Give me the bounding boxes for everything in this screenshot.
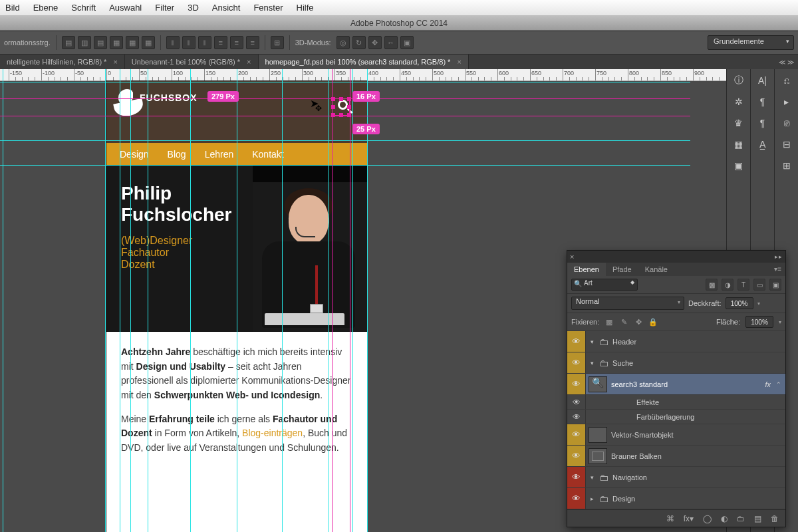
guide-vertical[interactable] — [190, 69, 191, 532]
layer-group[interactable]: 👁 ▾🗀Navigation — [567, 467, 785, 488]
layer-item[interactable]: 👁 search3 standardfx⌃ — [567, 374, 785, 395]
layer-tree[interactable]: 👁 ▾🗀Header 👁 ▾🗀Suche 👁 search3 standardf… — [567, 331, 785, 509]
layers-panel[interactable]: × ▸▸ Ebenen Pfade Kanäle ▾≡ Art ◆ ▩ ◑ T … — [567, 250, 786, 527]
layers-footer[interactable]: ⌘ fx▾ ◯ ◐ 🗀 ▤ 🗑 — [567, 509, 785, 527]
guide-vertical[interactable] — [367, 69, 368, 532]
visibility-toggle[interactable]: 👁 — [567, 446, 586, 466]
layer-group[interactable]: 👁 ▸🗀Design — [567, 488, 785, 509]
roll-3d-icon[interactable]: ↻ — [352, 36, 366, 49]
layer-thumb[interactable] — [589, 427, 607, 443]
guide-vertical[interactable] — [105, 69, 106, 532]
character-icon[interactable]: A| — [755, 73, 770, 88]
guide-vertical[interactable] — [148, 69, 148, 532]
properties-icon[interactable]: ⊟ — [779, 137, 794, 152]
chevron-down-icon[interactable]: ▾ — [757, 301, 760, 307]
menu-item[interactable]: Filter — [155, 3, 174, 13]
layer-effects-row[interactable]: 👁 Effekte — [567, 395, 785, 410]
adjustment-layer-icon[interactable]: ◐ — [721, 514, 728, 523]
visibility-toggle[interactable]: 👁 — [567, 395, 586, 409]
brushes-icon[interactable]: ⊞ — [779, 158, 794, 173]
layer-group[interactable]: 👁 ▾🗀Suche — [567, 352, 785, 374]
new-group-icon[interactable]: 🗀 — [737, 514, 745, 523]
navigator-icon[interactable]: ✲ — [732, 94, 746, 109]
guide-vertical[interactable] — [3, 69, 3, 532]
menu-item[interactable]: Auswahl — [109, 3, 142, 13]
zoom-3d-icon[interactable]: ▣ — [400, 36, 414, 49]
chevron-down-icon[interactable]: ▾ — [779, 319, 781, 325]
layer-item[interactable]: 👁 Vektor-Smartobjekt — [567, 424, 785, 446]
guide-vertical[interactable] — [352, 69, 353, 532]
guide-horizontal[interactable] — [0, 140, 690, 141]
guide-vertical[interactable] — [120, 69, 120, 532]
fx-badge[interactable]: fx — [765, 380, 772, 388]
align-hcenter-icon[interactable]: ▥ — [78, 36, 91, 49]
filter-shape-icon[interactable]: ▭ — [753, 279, 765, 291]
tab-layers[interactable]: Ebenen — [567, 263, 606, 276]
disclosure-icon[interactable]: ▾ — [589, 338, 595, 345]
visibility-toggle[interactable]: 👁 — [567, 424, 586, 445]
menu-item[interactable]: Bild — [5, 3, 20, 13]
menu-item[interactable]: 3D — [188, 3, 199, 13]
delete-layer-icon[interactable]: 🗑 — [771, 514, 779, 523]
guide-horizontal[interactable] — [0, 165, 690, 166]
close-icon[interactable]: × — [247, 58, 251, 66]
lock-pixels-icon[interactable]: ✎ — [619, 317, 628, 327]
lock-transparency-icon[interactable]: ▩ — [604, 317, 614, 327]
distribute-icon[interactable]: ≡ — [246, 36, 259, 49]
filter-pixel-icon[interactable]: ▩ — [706, 279, 718, 291]
document-tab[interactable]: Unbenannt-1 bei 100% (RGB/8) *× — [125, 55, 259, 69]
align-vcenter-icon[interactable]: ▦ — [126, 36, 139, 49]
orbit-3d-icon[interactable]: ◎ — [336, 36, 350, 49]
workspace-dropdown[interactable]: Grundelemente — [708, 35, 794, 50]
options-bar[interactable]: ormationsstrg. ▤ ▥ ▤ ▦ ▦ ▦ ⫴ ⫴ ⫴ ≡ ≡ ≡ ⊞… — [0, 31, 798, 55]
nav-item[interactable]: Blog — [168, 149, 186, 160]
link-layers-icon[interactable]: ⌘ — [666, 514, 674, 523]
tab-nav[interactable]: ≪ ≫ — [775, 55, 798, 69]
layer-item[interactable]: 👁 Brauner Balken — [567, 446, 785, 467]
align-right-icon[interactable]: ▤ — [94, 36, 107, 49]
lock-position-icon[interactable]: ✥ — [634, 317, 643, 327]
layer-effect-item[interactable]: 👁 Farbüberlagerung — [567, 410, 785, 424]
panel-menu-icon[interactable]: ▾≡ — [770, 263, 785, 276]
panel-titlebar[interactable]: × ▸▸ — [567, 251, 785, 263]
visibility-toggle[interactable]: 👁 — [567, 374, 586, 394]
selection-bounds[interactable] — [332, 98, 350, 116]
guide-vertical[interactable] — [237, 69, 237, 532]
layer-thumb[interactable] — [589, 448, 607, 464]
actions-icon[interactable]: ▸ — [779, 94, 794, 109]
document-tab[interactable]: ntelligente Hilfslinien, RGB/8) *× — [0, 55, 125, 69]
slide-3d-icon[interactable]: ↔ — [384, 36, 398, 49]
align-bottom-icon[interactable]: ▦ — [142, 36, 155, 49]
disclosure-icon[interactable]: ▸ — [589, 495, 595, 502]
visibility-toggle[interactable]: 👁 — [567, 352, 586, 373]
disclosure-icon[interactable]: ▾ — [589, 360, 595, 366]
menu-item[interactable]: Schrift — [71, 3, 96, 13]
distribute-icon[interactable]: ≡ — [230, 36, 243, 49]
blend-opacity-row[interactable]: Normal Deckkraft: 100% ▾ — [567, 294, 785, 313]
libraries-icon[interactable]: ▣ — [732, 158, 746, 173]
distribute-icon[interactable]: ⫴ — [166, 36, 180, 49]
layer-mask-icon[interactable]: ◯ — [703, 514, 712, 523]
menu-item[interactable]: Ebene — [33, 3, 59, 13]
filter-type-icon[interactable]: T — [737, 279, 749, 291]
pan-3d-icon[interactable]: ✥ — [368, 36, 382, 49]
fill-value[interactable]: 100% — [745, 316, 773, 328]
menu-item[interactable]: Fenster — [253, 3, 283, 13]
nav-item[interactable]: Kontakt — [252, 149, 283, 160]
tab-channels[interactable]: Kanäle — [638, 263, 674, 276]
visibility-toggle[interactable]: 👁 — [567, 410, 586, 424]
menu-item[interactable]: Ansicht — [212, 3, 241, 13]
history-icon[interactable]: ⎌ — [779, 73, 794, 88]
info-panel-icon[interactable]: ⓘ — [732, 73, 746, 88]
align-left-icon[interactable]: ▤ — [62, 36, 75, 49]
styles-icon[interactable]: ♛ — [732, 116, 746, 130]
nav-item[interactable]: Design — [120, 149, 149, 160]
tab-paths[interactable]: Pfade — [606, 263, 638, 276]
panel-tabs[interactable]: Ebenen Pfade Kanäle ▾≡ — [567, 263, 785, 276]
lock-fill-row[interactable]: Fixieren: ▩ ✎ ✥ 🔒 Fläche: 100% ▾ — [567, 313, 785, 331]
paragraph-icon[interactable]: ¶ — [755, 94, 770, 109]
layer-style-icon[interactable]: fx▾ — [684, 514, 694, 523]
guide-vertical[interactable] — [329, 69, 329, 532]
menu-item[interactable]: Hilfe — [297, 3, 314, 13]
tool-presets-icon[interactable]: ⎚ — [779, 116, 794, 130]
